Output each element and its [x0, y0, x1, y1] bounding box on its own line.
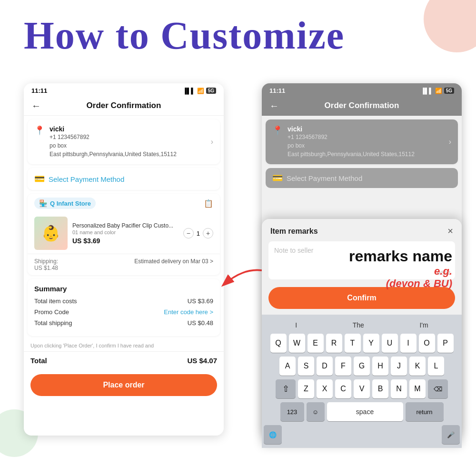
- key-i[interactable]: I: [400, 334, 416, 353]
- keyboard-row-1: Q W E R T Y U I O P: [264, 334, 460, 353]
- payment-card-left[interactable]: 💳 Select Payment Method: [28, 168, 220, 190]
- qty-decrease[interactable]: −: [183, 228, 194, 238]
- qty-value: 1: [197, 230, 200, 237]
- network-badge-right: 5G: [444, 88, 454, 94]
- key-x[interactable]: X: [317, 379, 333, 398]
- key-v[interactable]: V: [354, 379, 370, 398]
- remarks-modal: Item remarks × Note to seller 0/512 rema…: [262, 219, 462, 448]
- space-key[interactable]: space: [327, 402, 403, 421]
- key-g[interactable]: G: [354, 357, 370, 376]
- suggestion-2[interactable]: The: [349, 320, 368, 330]
- signal-icon-right: ▐▌▌: [421, 88, 433, 94]
- address-chevron: ›: [211, 138, 213, 146]
- remarks-eg-value: (devon & BU): [349, 278, 452, 290]
- key-c[interactable]: C: [335, 379, 351, 398]
- confirm-button[interactable]: Confirm: [268, 287, 455, 309]
- address-line: po box: [50, 141, 211, 150]
- payment-icon: 💳: [34, 174, 45, 184]
- remarks-name-text: remarks name: [349, 248, 452, 265]
- modal-header: Item remarks ×: [262, 219, 462, 241]
- summary-promo[interactable]: Promo Code Enter code here >: [34, 308, 213, 316]
- address-city: East pittsburgh,Pennsylvania,United Stat…: [50, 150, 211, 159]
- modal-placeholder: Note to seller: [274, 247, 313, 254]
- remarks-annotation: remarks name e.g. (devon & BU): [349, 248, 452, 290]
- product-row: 👶 Personalized Baby Pacifier Clip Custo.…: [28, 213, 220, 254]
- key-y[interactable]: Y: [363, 334, 379, 353]
- address-phone-right: +1 1234567892: [288, 133, 449, 141]
- app-header-right: ← Order Confirmation: [262, 96, 462, 116]
- store-badge[interactable]: 🏪 Q Infant Store: [34, 198, 96, 209]
- return-key[interactable]: return: [406, 402, 444, 421]
- key-k[interactable]: K: [409, 357, 426, 376]
- payment-label-right: Select Payment Method: [287, 174, 362, 182]
- keyboard-row-2: A S D F G H J K L: [264, 357, 460, 376]
- key-l[interactable]: L: [428, 357, 444, 376]
- key-u[interactable]: U: [382, 334, 398, 353]
- time-right: 11:11: [269, 87, 285, 94]
- address-card-right[interactable]: 📍 vicki +1 1234567892 po box East pittsb…: [266, 119, 458, 164]
- key-b[interactable]: B: [372, 379, 388, 398]
- key-o[interactable]: O: [419, 334, 435, 353]
- key-w[interactable]: W: [289, 334, 305, 353]
- key-z[interactable]: Z: [298, 379, 314, 398]
- status-bar-right: 11:11 ▐▌▌ 📶 5G: [262, 83, 462, 96]
- payment-partial-right: 💳 Select Payment Method: [266, 168, 458, 188]
- back-button-right[interactable]: ←: [269, 100, 279, 111]
- store-header: 🏪 Q Infant Store 📋: [28, 194, 220, 213]
- payment-label[interactable]: Select Payment Method: [49, 175, 124, 183]
- key-s[interactable]: S: [298, 357, 314, 376]
- product-price: US $3.69: [72, 237, 178, 245]
- mic-key[interactable]: 🎤: [442, 425, 460, 444]
- key-n[interactable]: N: [391, 379, 407, 398]
- page-title: How to Customize: [24, 13, 345, 58]
- key-j[interactable]: J: [391, 357, 407, 376]
- summary-section: Summary Total item costs US $3.69 Promo …: [28, 279, 220, 336]
- disclaimer: Upon clicking 'Place Order', I confirm I…: [24, 340, 224, 351]
- remarks-eg-label: e.g.: [349, 265, 452, 278]
- location-icon: 📍: [34, 125, 45, 136]
- address-chevron-right: ›: [449, 138, 451, 146]
- address-name: vicki: [50, 125, 211, 133]
- globe-key[interactable]: 🌐: [264, 425, 282, 444]
- modal-close-button[interactable]: ×: [447, 226, 453, 237]
- key-r[interactable]: R: [326, 334, 342, 353]
- note-icon[interactable]: 📋: [204, 199, 213, 208]
- store-name: Q Infant Store: [50, 200, 91, 207]
- suggestion-1[interactable]: I: [291, 320, 301, 330]
- header-title-left: Order Confirmation: [87, 101, 161, 110]
- key-m[interactable]: M: [409, 379, 426, 398]
- address-name-right: vicki: [288, 125, 449, 133]
- bg-circle-pink: [424, 0, 476, 52]
- app-header-left: ← Order Confirmation: [24, 96, 224, 116]
- key-p[interactable]: P: [437, 334, 454, 353]
- header-title-right: Order Confirmation: [325, 101, 399, 110]
- summary-title: Summary: [34, 285, 213, 293]
- suggestion-3[interactable]: I'm: [416, 320, 432, 330]
- qty-increase[interactable]: +: [203, 228, 213, 238]
- key-123[interactable]: 123: [280, 402, 304, 421]
- network-badge: 5G: [206, 88, 216, 94]
- total-value: US $4.07: [187, 357, 217, 365]
- key-t[interactable]: T: [345, 334, 361, 353]
- total-label: Total: [30, 357, 47, 365]
- key-e[interactable]: E: [307, 334, 324, 353]
- key-d[interactable]: D: [317, 357, 333, 376]
- key-emoji[interactable]: ☺: [307, 402, 325, 421]
- place-order-button[interactable]: Place order: [30, 374, 217, 396]
- status-icons-left: ▐▌▌ 📶 5G: [183, 88, 216, 94]
- product-variant: 01 name and color: [72, 229, 178, 235]
- key-h[interactable]: H: [372, 357, 388, 376]
- key-f[interactable]: F: [335, 357, 351, 376]
- phone-left: 11:11 ▐▌▌ 📶 5G ← Order Confirmation 📍 vi…: [24, 83, 224, 436]
- shift-key[interactable]: ⇧: [276, 379, 296, 398]
- address-line-right: po box: [288, 141, 449, 150]
- address-card-left[interactable]: 📍 vicki +1 1234567892 po box East pittsb…: [28, 119, 220, 164]
- back-button-left[interactable]: ←: [31, 100, 41, 111]
- keyboard-suggestions: I The I'm: [264, 318, 460, 334]
- backspace-key[interactable]: ⌫: [428, 379, 448, 398]
- status-icons-right: ▐▌▌ 📶 5G: [421, 88, 454, 94]
- signal-icon: ▐▌▌: [183, 88, 195, 94]
- key-a[interactable]: A: [279, 357, 296, 376]
- key-q[interactable]: Q: [270, 334, 287, 353]
- keyboard-row-5: 🌐 🎤: [264, 425, 460, 444]
